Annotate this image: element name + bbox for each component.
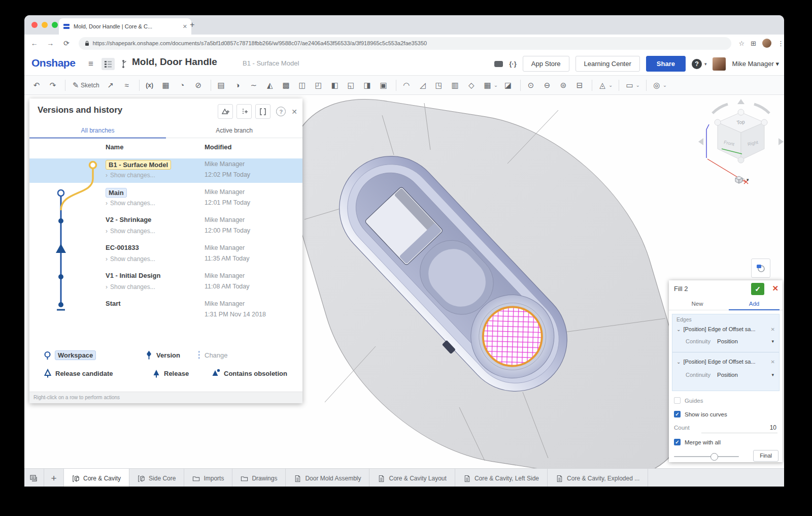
mirror-icon[interactable]: ◇ xyxy=(464,79,481,92)
tab-manager-button[interactable] xyxy=(24,469,44,487)
thicken-icon[interactable]: ◨ xyxy=(360,79,377,92)
onshape-logo[interactable]: Onshape xyxy=(31,57,75,69)
show-changes-link[interactable]: ›Show changes... xyxy=(106,172,155,179)
compare-button[interactable] xyxy=(255,104,270,119)
revolve-surface-icon[interactable]: ◑ xyxy=(230,79,247,92)
tab-close-icon[interactable]: ✕ xyxy=(183,23,187,30)
comments-icon[interactable] xyxy=(494,61,503,67)
transform-icon[interactable]: ↗ xyxy=(104,79,120,92)
sheet-metal-icon[interactable]: ◬ ⌄ xyxy=(595,79,616,92)
learning-center-button[interactable]: Learning Center xyxy=(576,56,640,72)
versions-panel-toggle-icon[interactable] xyxy=(101,58,115,70)
version-row-main[interactable]: Main ›Show changes... Mike Manager 12:01… xyxy=(29,186,302,211)
remove-edge-icon[interactable]: ✕ xyxy=(771,327,775,332)
reload-icon[interactable]: ⟳ xyxy=(60,39,73,47)
tab-core-cavity-left-side[interactable]: Core & Cavity, Left Side xyxy=(455,469,548,487)
tab-drawings[interactable]: Drawings xyxy=(232,469,286,487)
sketch-icon[interactable]: ✎ Sketch xyxy=(69,79,104,92)
tab-door-mold-assembly[interactable]: Door Mold Assembly xyxy=(286,469,369,487)
accept-button[interactable]: ✓ xyxy=(751,283,764,295)
continuity-select[interactable]: Position xyxy=(717,372,771,378)
show-changes-link[interactable]: ›Show changes... xyxy=(106,228,155,235)
offset-surface-icon[interactable]: ◫ xyxy=(295,79,312,92)
redo-icon[interactable]: ↷ xyxy=(46,79,62,92)
back-icon[interactable]: ← xyxy=(28,39,41,47)
browser-profile-avatar[interactable] xyxy=(762,39,771,48)
bookmark-star-icon[interactable]: ☆ xyxy=(738,40,745,47)
cancel-button[interactable]: ✕ xyxy=(772,284,779,293)
intersect-icon[interactable]: ⊖ xyxy=(540,79,556,92)
spline-icon[interactable]: ≈ xyxy=(120,79,136,92)
app-store-button[interactable]: App Store xyxy=(523,56,569,72)
url-bar[interactable]: https://shapepark.onshape.com/documents/… xyxy=(79,37,732,50)
documents-menu-icon[interactable]: ≡ xyxy=(84,58,97,70)
user-avatar[interactable] xyxy=(713,57,726,71)
sep1[interactable] xyxy=(65,80,65,91)
fill-surface-icon[interactable]: ▩ xyxy=(279,79,295,92)
minimize-window-button[interactable] xyxy=(42,22,48,28)
version-row-ec-001833[interactable]: EC-001833 ›Show changes... Mike Manager … xyxy=(29,242,302,267)
undo-icon[interactable]: ↶ xyxy=(29,79,46,92)
continuity-select[interactable]: Position xyxy=(717,338,771,344)
continuity-caret-icon[interactable]: ▾ xyxy=(771,339,774,344)
boolean-icon[interactable]: ⊙ xyxy=(524,79,540,92)
derived-icon[interactable]: ⊘ xyxy=(191,79,208,92)
version-row-start[interactable]: Start Mike Manager 1:31 PM Nov 14 2018 xyxy=(29,298,302,322)
version-row-b1-surface-model[interactable]: B1 - Surface Model ›Show changes... Mike… xyxy=(29,158,302,183)
fillet-icon[interactable]: ◠ xyxy=(399,79,416,92)
tab-side-core[interactable]: Side Core xyxy=(129,469,184,487)
edge-item[interactable]: ⌄ [Position] Edge of Offset sa... ✕ xyxy=(676,325,775,334)
guides-checkbox[interactable] xyxy=(674,397,681,404)
show-changes-link[interactable]: ›Show changes... xyxy=(106,283,155,291)
workspace-badge[interactable]: B1 - Surface Model xyxy=(106,160,171,170)
selection-options-button[interactable] xyxy=(751,259,770,278)
show-iso-curves-checkbox[interactable]: ✓ xyxy=(674,411,681,417)
browser-menu-kebab-icon[interactable]: ⋮ xyxy=(777,40,784,47)
show-changes-link[interactable]: ›Show changes... xyxy=(106,200,155,207)
extend-surface-icon[interactable]: ◧ xyxy=(328,79,344,92)
document-title[interactable]: Mold, Door Handle xyxy=(132,56,217,68)
create-branch-button[interactable] xyxy=(236,104,252,119)
tab-all-branches[interactable]: All branches xyxy=(29,124,166,138)
view-cube-top-label[interactable]: Top xyxy=(736,119,746,125)
sep5[interactable] xyxy=(520,80,521,91)
version-row-v2-shrinkage[interactable]: V2 - Shrinkage ›Show changes... Mike Man… xyxy=(29,214,302,239)
tab-add[interactable]: Add xyxy=(726,298,783,310)
subtract-icon[interactable]: ⊟ xyxy=(572,79,589,92)
zoom-window-button[interactable] xyxy=(52,22,58,28)
view-cube-body[interactable] xyxy=(715,109,767,163)
expander-icon[interactable]: ⌄ xyxy=(676,359,681,365)
tab-core-cavity-layout[interactable]: Core & Cavity Layout xyxy=(369,469,455,487)
new-tab-button[interactable]: + xyxy=(190,20,194,29)
info-icon[interactable]: ? xyxy=(276,107,286,116)
workspace-badge[interactable]: Main xyxy=(106,188,127,198)
tab-core-cavity-exploded[interactable]: Core & Cavity, Exploded ... xyxy=(548,469,648,487)
helix-icon[interactable]: ◔ xyxy=(175,79,191,92)
sep4[interactable] xyxy=(396,80,396,91)
continuity-caret-icon[interactable]: ▾ xyxy=(771,372,774,377)
boundary-surface-icon[interactable]: ◰ xyxy=(312,79,328,92)
sep3[interactable] xyxy=(211,80,211,91)
branch-icon[interactable] xyxy=(118,58,131,70)
enclose-icon[interactable]: ▣ xyxy=(377,79,393,92)
browser-tab[interactable]: Mold, Door Handle | Core & C... ✕ xyxy=(59,18,191,35)
final-button[interactable]: Final xyxy=(753,450,779,462)
edge-item[interactable]: ⌄ [Position] Edge of Offset sa... ✕ xyxy=(676,357,775,366)
sep7[interactable] xyxy=(619,80,619,91)
variable-icon[interactable]: (x) xyxy=(143,79,159,92)
version-row-v1-initial-design[interactable]: V1 - Initial Design ›Show changes... Mik… xyxy=(29,270,302,295)
delete-face-icon[interactable]: ◿ xyxy=(416,79,432,92)
split-icon[interactable]: ◪ xyxy=(501,79,517,92)
close-window-button[interactable] xyxy=(31,22,38,28)
expander-icon[interactable]: ⌄ xyxy=(676,327,681,332)
union-icon[interactable]: ⊜ xyxy=(556,79,572,92)
tab-core-cavity[interactable]: Core & Cavity xyxy=(64,469,129,487)
tab-new[interactable]: New xyxy=(669,298,726,310)
selection-icon[interactable]: ◎ ⌄ xyxy=(650,79,670,92)
slider-knob[interactable] xyxy=(710,453,718,461)
share-button[interactable]: Share xyxy=(646,56,686,72)
help-caret-icon[interactable]: ▾ xyxy=(704,61,707,67)
forward-icon[interactable]: → xyxy=(45,39,57,47)
panel-close-icon[interactable]: ✕ xyxy=(291,108,297,116)
count-input[interactable]: 10 xyxy=(770,424,776,431)
